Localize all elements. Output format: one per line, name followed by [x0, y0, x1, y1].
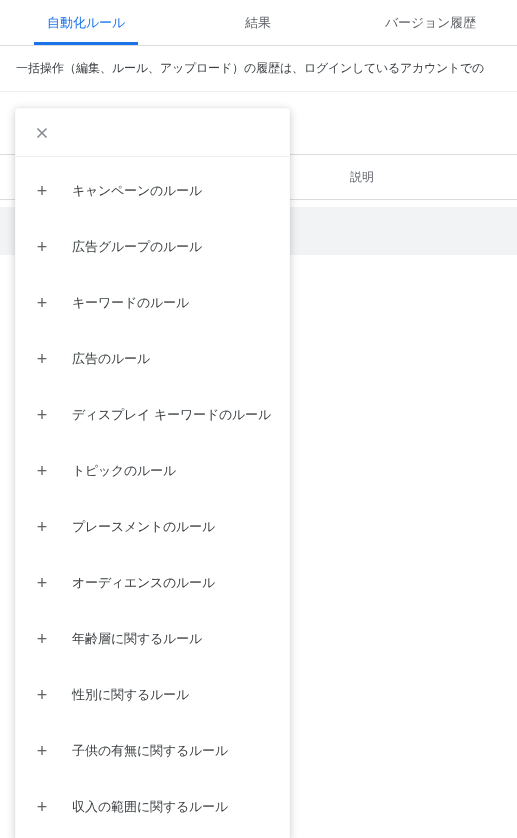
tab-label: 自動化ルール: [47, 14, 125, 32]
menu-item-label: 収入の範囲に関するルール: [72, 797, 228, 817]
tab-label: バージョン履歴: [385, 14, 476, 32]
menu-item-label: 子供の有無に関するルール: [72, 741, 228, 761]
plus-icon: +: [32, 685, 52, 706]
menu-item[interactable]: +広告のルール: [16, 331, 289, 387]
menu-item[interactable]: +広告グループのルール: [16, 219, 289, 275]
plus-icon: +: [32, 349, 52, 370]
menu-item-label: キャンペーンのルール: [72, 181, 202, 201]
close-icon[interactable]: [32, 123, 52, 143]
menu-item[interactable]: +キャンペーンのルール: [16, 163, 289, 219]
plus-icon: +: [32, 461, 52, 482]
plus-icon: +: [32, 629, 52, 650]
tab-automation-rules[interactable]: 自動化ルール: [0, 0, 172, 45]
plus-icon: +: [32, 181, 52, 202]
menu-item[interactable]: +オーディエンスのルール: [16, 555, 289, 611]
menu-item[interactable]: +キーワードのルール: [16, 275, 289, 331]
plus-icon: +: [32, 405, 52, 426]
rule-type-dropdown: +キャンペーンのルール+広告グループのルール+キーワードのルール+広告のルール+…: [15, 108, 290, 838]
plus-icon: +: [32, 517, 52, 538]
menu-item-label: オーディエンスのルール: [72, 573, 215, 593]
menu-item-label: 広告グループのルール: [72, 237, 202, 257]
menu-item-label: プレースメントのルール: [72, 517, 215, 537]
tab-label: 結果: [245, 14, 271, 32]
plus-icon: +: [32, 797, 52, 818]
menu-item[interactable]: +年齢層に関するルール: [16, 611, 289, 667]
menu-item-label: ディスプレイ キーワードのルール: [72, 405, 271, 425]
dropdown-header: [16, 109, 289, 157]
menu-items-container: +キャンペーンのルール+広告グループのルール+キーワードのルール+広告のルール+…: [16, 163, 289, 835]
menu-item-label: キーワードのルール: [72, 293, 189, 313]
column-header-description: 説明: [350, 169, 374, 186]
menu-item[interactable]: +トピックのルール: [16, 443, 289, 499]
menu-item[interactable]: +子供の有無に関するルール: [16, 723, 289, 779]
menu-item[interactable]: +性別に関するルール: [16, 667, 289, 723]
menu-item-label: トピックのルール: [72, 461, 176, 481]
plus-icon: +: [32, 741, 52, 762]
plus-icon: +: [32, 293, 52, 314]
tab-results[interactable]: 結果: [172, 0, 344, 45]
menu-item-label: 性別に関するルール: [72, 685, 189, 705]
menu-item[interactable]: +収入の範囲に関するルール: [16, 779, 289, 835]
menu-item[interactable]: +ディスプレイ キーワードのルール: [16, 387, 289, 443]
info-message: 一括操作（編集、ルール、アップロード）の履歴は、ログインしているアカウントでの: [0, 46, 517, 92]
menu-item-label: 年齢層に関するルール: [72, 629, 202, 649]
menu-item-label: 広告のルール: [72, 349, 150, 369]
plus-icon: +: [32, 237, 52, 258]
menu-item[interactable]: +プレースメントのルール: [16, 499, 289, 555]
tabs-bar: 自動化ルール 結果 バージョン履歴: [0, 0, 517, 46]
plus-icon: +: [32, 573, 52, 594]
tab-version-history[interactable]: バージョン履歴: [345, 0, 517, 45]
